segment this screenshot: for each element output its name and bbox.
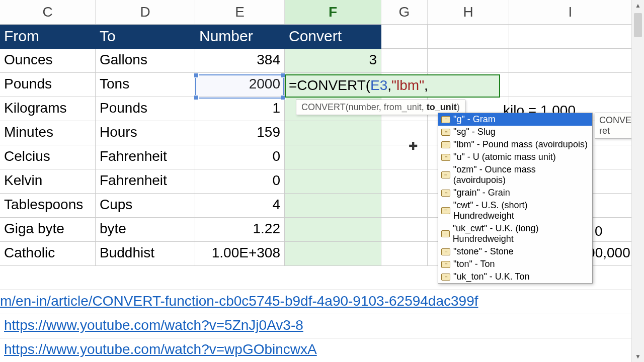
constant-icon: ⎓ bbox=[441, 154, 450, 161]
dropdown-item[interactable]: ⎓"ozm" - Ounce mass (avoirdupois) bbox=[438, 163, 592, 187]
cell-to[interactable]: byte bbox=[96, 218, 195, 242]
col-header-h[interactable]: H bbox=[428, 0, 509, 24]
empty-cell[interactable] bbox=[381, 49, 428, 73]
cell-to[interactable]: Pounds bbox=[96, 97, 195, 121]
cell-number[interactable]: 0 bbox=[195, 145, 285, 169]
cell-convert[interactable] bbox=[285, 194, 381, 218]
col-header-e[interactable]: E bbox=[195, 0, 285, 24]
cell-convert[interactable] bbox=[285, 218, 381, 242]
empty-cell[interactable] bbox=[428, 25, 509, 49]
dropdown-item[interactable]: ⎓"stone" - Stone bbox=[438, 245, 592, 258]
formula-editor[interactable]: =CONVERT(E3,"lbm", bbox=[285, 74, 500, 98]
unit-autocomplete-dropdown[interactable]: ⎓"g" - Gram ⎓"sg" - Slug ⎓"lbm" - Pound … bbox=[438, 113, 593, 284]
scroll-down-icon[interactable]: ▼ bbox=[632, 351, 644, 362]
col-header-g[interactable]: G bbox=[381, 0, 428, 24]
empty-cell[interactable] bbox=[509, 49, 632, 73]
cell-from[interactable]: Ounces bbox=[0, 49, 96, 73]
dropdown-item[interactable]: ⎓"lbm" - Pound mass (avoirdupois) bbox=[438, 138, 592, 151]
dropdown-item[interactable]: ⎓"grain" - Grain bbox=[438, 187, 592, 199]
empty-cell[interactable] bbox=[428, 49, 509, 73]
dropdown-label: "grain" - Grain bbox=[453, 188, 510, 198]
cell-number[interactable]: 384 bbox=[195, 49, 285, 73]
link-youtube-1[interactable]: https://www.youtube.com/watch?v=5ZnJj0Av… bbox=[0, 314, 632, 338]
table-row: Ounces Gallons 384 3 bbox=[0, 49, 644, 73]
constant-icon: ⎓ bbox=[441, 207, 450, 214]
constant-icon: ⎓ bbox=[441, 190, 450, 197]
link-row: https://www.youtube.com/watch?v=5ZnJj0Av… bbox=[0, 314, 644, 338]
header-from[interactable]: From bbox=[0, 25, 96, 49]
formula-comma: , bbox=[387, 77, 391, 93]
cell-convert[interactable]: 3 bbox=[285, 49, 381, 73]
constant-icon: ⎓ bbox=[441, 230, 450, 237]
empty-cell[interactable] bbox=[381, 121, 428, 145]
empty-cell[interactable] bbox=[509, 73, 632, 97]
dropdown-label: "ton" - Ton bbox=[453, 259, 495, 269]
cell-number[interactable]: 2000 bbox=[195, 73, 285, 97]
empty-cell[interactable] bbox=[381, 194, 428, 218]
cell-from[interactable]: Tablespoons bbox=[0, 194, 96, 218]
cell-to[interactable]: Cups bbox=[96, 194, 195, 218]
cell-number[interactable]: 4 bbox=[195, 194, 285, 218]
cell-convert[interactable] bbox=[285, 121, 381, 145]
cell-from[interactable]: Celcius bbox=[0, 145, 96, 169]
empty-cell[interactable] bbox=[381, 169, 428, 194]
dropdown-label: "g" - Gram bbox=[453, 114, 496, 125]
dropdown-item[interactable]: ⎓"uk_ton" - U.K. Ton bbox=[438, 270, 592, 283]
link-youtube-2[interactable]: https://www.youtube.com/watch?v=wpGObinc… bbox=[0, 338, 632, 362]
col-header-i[interactable]: I bbox=[509, 0, 632, 24]
formula-eq: = bbox=[289, 77, 297, 93]
cell-number[interactable]: 0 bbox=[195, 169, 285, 194]
cell-from[interactable]: Giga byte bbox=[0, 218, 96, 242]
cell-to[interactable]: Buddhist bbox=[96, 242, 195, 266]
cell-from[interactable]: Minutes bbox=[0, 121, 96, 145]
cell-to[interactable]: Fahrenheit bbox=[96, 169, 195, 194]
formula-ref: E3 bbox=[370, 77, 387, 93]
cell-convert[interactable] bbox=[285, 169, 381, 194]
link-row: m/en-in/article/CONVERT-function-cb0c574… bbox=[0, 290, 644, 314]
dropdown-item[interactable]: ⎓"uk_cwt" - U.K. (long) Hundredweight bbox=[438, 222, 592, 245]
cell-from[interactable]: Catholic bbox=[0, 242, 96, 266]
dropdown-label: "ozm" - Ounce mass (avoirdupois) bbox=[453, 164, 589, 186]
constant-icon: ⎓ bbox=[441, 129, 450, 136]
hint-pre: CONVERT(number, from_unit, bbox=[301, 102, 427, 112]
header-to[interactable]: To bbox=[96, 25, 195, 49]
header-number[interactable]: Number bbox=[195, 25, 285, 49]
cell-to[interactable]: Gallons bbox=[96, 49, 195, 73]
hint-bold: to_unit bbox=[427, 102, 457, 112]
empty-cell[interactable] bbox=[381, 25, 428, 49]
empty-cell[interactable] bbox=[381, 242, 428, 266]
scroll-up-icon[interactable]: ▲ bbox=[632, 0, 644, 11]
cell-convert[interactable] bbox=[285, 242, 381, 266]
dropdown-item[interactable]: ⎓"g" - Gram bbox=[438, 113, 592, 126]
table-header-row: From To Number Convert bbox=[0, 25, 644, 49]
col-header-c[interactable]: C bbox=[0, 0, 96, 24]
cell-to[interactable]: Tons bbox=[96, 73, 195, 97]
col-header-d[interactable]: D bbox=[96, 0, 195, 24]
cell-convert[interactable] bbox=[285, 145, 381, 169]
cell-number[interactable]: 1.22 bbox=[195, 218, 285, 242]
dropdown-label: "uk_cwt" - U.K. (long) Hundredweight bbox=[453, 223, 589, 244]
constant-icon: ⎓ bbox=[441, 261, 450, 268]
empty-cell[interactable] bbox=[509, 25, 632, 49]
dropdown-item[interactable]: ⎓"sg" - Slug bbox=[438, 126, 592, 138]
cell-from[interactable]: Pounds bbox=[0, 73, 96, 97]
cell-number[interactable]: 1.00E+308 bbox=[195, 242, 285, 266]
scroll-thumb[interactable] bbox=[634, 13, 642, 37]
dropdown-label: "u" - U (atomic mass unit) bbox=[453, 152, 556, 162]
vertical-scrollbar[interactable]: ▲ ▼ bbox=[631, 0, 644, 362]
link-convert-doc[interactable]: m/en-in/article/CONVERT-function-cb0c574… bbox=[0, 290, 632, 314]
cell-to[interactable]: Fahrenheit bbox=[96, 145, 195, 169]
col-header-f[interactable]: F bbox=[285, 0, 381, 24]
cell-from[interactable]: Kilograms bbox=[0, 97, 96, 121]
empty-cell[interactable] bbox=[381, 218, 428, 242]
cell-number[interactable]: 159 bbox=[195, 121, 285, 145]
cell-to[interactable]: Hours bbox=[96, 121, 195, 145]
cell-from[interactable]: Kelvin bbox=[0, 169, 96, 194]
dropdown-item[interactable]: ⎓"u" - U (atomic mass unit) bbox=[438, 151, 592, 163]
empty-cell[interactable] bbox=[381, 145, 428, 169]
dropdown-item[interactable]: ⎓"cwt" - U.S. (short) Hundredweight bbox=[438, 199, 592, 222]
cell-number[interactable]: 1 bbox=[195, 97, 285, 121]
formula-fn: CONVERT( bbox=[297, 77, 370, 93]
header-convert[interactable]: Convert bbox=[285, 25, 381, 49]
dropdown-item[interactable]: ⎓"ton" - Ton bbox=[438, 258, 592, 270]
